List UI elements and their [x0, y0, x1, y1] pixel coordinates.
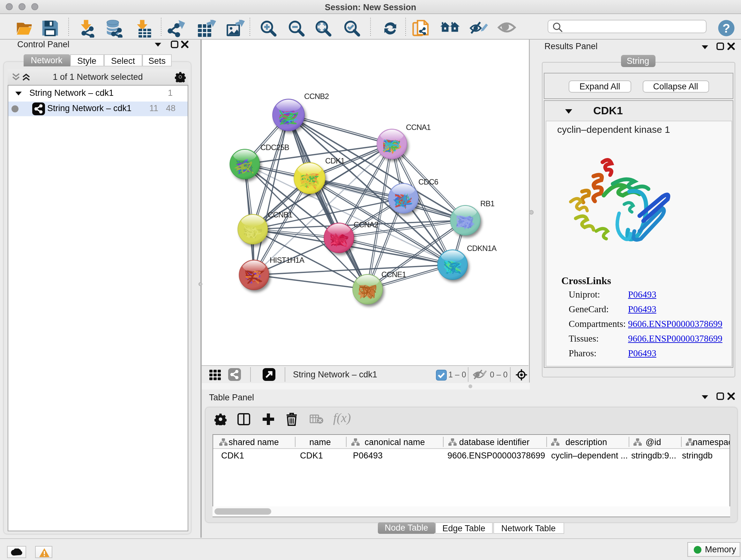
svg-text:CCNE1: CCNE1	[381, 270, 406, 279]
svg-text:CDC6: CDC6	[418, 178, 438, 186]
svg-text:HIST1H1A: HIST1H1A	[269, 256, 304, 264]
svg-text:CCNA1: CCNA1	[406, 123, 430, 132]
svg-text:?: ?	[723, 21, 730, 35]
svg-text:CDK1: CDK1	[325, 157, 344, 165]
svg-text:CDC25B: CDC25B	[260, 143, 289, 152]
svg-text:CCNA2: CCNA2	[353, 220, 378, 229]
svg-text:RB1: RB1	[480, 199, 494, 208]
svg-text:CCNB1: CCNB1	[267, 210, 292, 219]
svg-text:CCNB2: CCNB2	[304, 92, 329, 101]
svg-text:CDKN1A: CDKN1A	[467, 244, 496, 253]
